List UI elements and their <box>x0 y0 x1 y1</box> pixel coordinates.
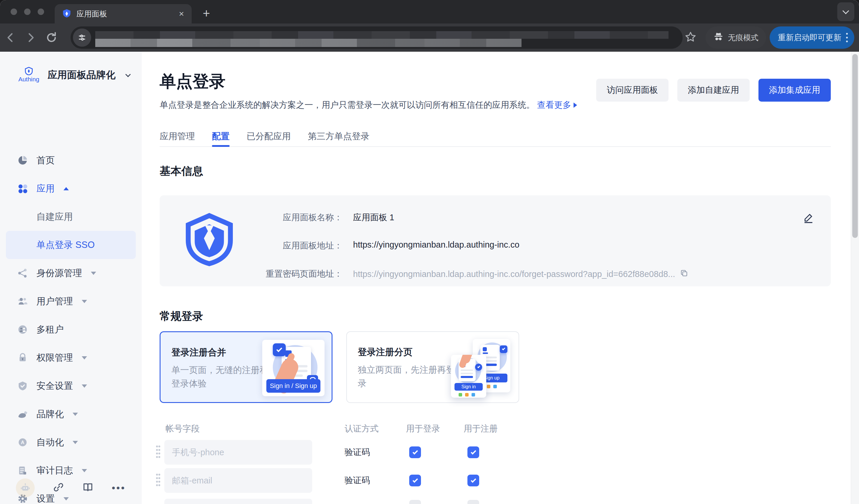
sidebar-item-label: 多租户 <box>36 324 64 336</box>
reset-password-url-label: 重置密码页面地址： <box>178 268 343 280</box>
drag-handle-icon[interactable] <box>156 473 161 488</box>
checkbox-register-checked[interactable] <box>467 446 479 458</box>
checkbox-register-checked[interactable] <box>467 475 479 486</box>
more-ellipsis-icon[interactable]: ••• <box>112 482 126 494</box>
shield-check-icon <box>16 381 29 391</box>
checkbox-unchecked-partial[interactable] <box>409 500 421 504</box>
bookmark-star-icon[interactable] <box>684 31 697 44</box>
add-integrated-app-button[interactable]: 添加集成应用 <box>758 79 831 101</box>
panel-url-label: 应用面板地址： <box>178 240 343 252</box>
authing-logo-text: Authing <box>18 76 39 83</box>
assistant-robot-icon[interactable] <box>16 478 35 497</box>
account-field-input-email[interactable] <box>164 468 312 493</box>
chevron-down-icon <box>82 356 87 360</box>
tab-third-party-sso[interactable]: 第三方单点登录 <box>308 130 370 146</box>
tenants-icon <box>16 324 29 335</box>
sidebar-item-label: 安全设置 <box>36 380 73 392</box>
tab-favicon-shield-icon <box>62 9 71 19</box>
chevron-down-icon <box>82 300 87 303</box>
workspace-title: 应用面板品牌化 <box>48 68 116 82</box>
scrollbar-track[interactable] <box>851 52 859 504</box>
link-icon[interactable] <box>52 482 64 494</box>
col-auth-method: 认证方式 <box>345 423 379 435</box>
back-icon[interactable] <box>0 31 20 44</box>
sidebar-item-label: 自动化 <box>36 436 64 448</box>
new-tab-button[interactable]: + <box>199 6 214 21</box>
chevron-down-icon <box>73 413 78 416</box>
sidebar-item-identity-sources[interactable]: 身份源管理 <box>0 259 142 287</box>
pie-chart-icon <box>16 155 29 166</box>
regular-login-section-title: 常规登录 <box>160 309 203 324</box>
sidebar-item-label: 自建应用 <box>36 210 73 223</box>
brush-icon <box>16 409 29 420</box>
account-field-input-phone[interactable] <box>164 440 312 464</box>
basic-info-card: 应用面板名称： 应用面板 1 应用面板地址： https://yingyongm… <box>160 195 831 286</box>
tab-search-chevron-button[interactable] <box>837 2 854 21</box>
sidebar-item-sso[interactable]: 单点登录 SSO <box>6 231 136 259</box>
table-row-partial <box>142 499 524 504</box>
checkbox-unchecked-partial[interactable] <box>467 500 479 504</box>
lock-icon <box>16 352 29 363</box>
main-content: 单点登录 单点登录是整合企业系统的解决方案之一，用户只需登录一次就可以访问所有相… <box>142 52 859 504</box>
sidebar-item-security[interactable]: 安全设置 <box>0 372 142 400</box>
page-tabs: 应用管理 配置 已分配应用 第三方单点登录 <box>160 130 831 147</box>
apps-icon <box>16 183 29 194</box>
see-more-link[interactable]: 查看更多 <box>537 100 571 110</box>
browser-menu-kebab-icon[interactable] <box>846 33 848 42</box>
sidebar-item-home[interactable]: 首页 <box>0 146 142 174</box>
sidebar-item-apps[interactable]: 应用 <box>0 174 142 203</box>
sidebar-item-automation[interactable]: A 自动化 <box>0 428 142 456</box>
checkbox-login-checked[interactable] <box>409 475 421 486</box>
tab-title: 应用面板 <box>76 9 174 19</box>
sidebar: Authing 应用面板品牌化 首页 应用 自建应用 <box>0 52 142 504</box>
sidebar-item-self-built-apps[interactable]: 自建应用 <box>0 203 142 231</box>
browser-tab-strip: 应用面板 × + <box>0 0 859 23</box>
redacted-url-text <box>95 31 668 39</box>
svg-text:A: A <box>21 440 25 445</box>
tab-assigned-apps[interactable]: 已分配应用 <box>247 130 291 146</box>
sidebar-nav: 首页 应用 自建应用 单点登录 SSO 身份源管理 <box>0 146 142 504</box>
share-icon <box>16 268 29 279</box>
browser-update-button[interactable]: 重新启动即可更新 <box>770 27 854 49</box>
site-settings-tune-icon[interactable] <box>73 29 91 47</box>
chevron-down-icon <box>91 272 96 275</box>
chevron-down-icon <box>73 441 78 444</box>
edit-pencil-icon[interactable] <box>802 212 814 225</box>
drag-handle-icon[interactable] <box>156 445 161 459</box>
sidebar-item-permissions[interactable]: 权限管理 <box>0 344 142 372</box>
visit-app-panel-button[interactable]: 访问应用面板 <box>596 79 668 101</box>
incognito-chip: 无痕模式 <box>706 27 766 49</box>
add-self-built-app-button[interactable]: 添加自建应用 <box>677 79 750 101</box>
reload-icon[interactable] <box>41 31 62 44</box>
scrollbar-thumb[interactable] <box>852 54 858 238</box>
sidebar-item-multi-tenant[interactable]: 多租户 <box>0 315 142 344</box>
auth-method-value: 验证码 <box>345 475 370 486</box>
redacted-url-text <box>95 39 522 47</box>
url-bar[interactable] <box>71 27 683 49</box>
table-row-email: 验证码 <box>142 468 524 493</box>
table-row-phone: 验证码 <box>142 440 524 464</box>
sidebar-footer: ••• <box>0 472 142 504</box>
tab-app-management[interactable]: 应用管理 <box>160 130 195 146</box>
copy-icon[interactable] <box>680 269 688 279</box>
workspace-switcher[interactable]: Authing 应用面板品牌化 <box>0 52 142 83</box>
sidebar-item-label: 用户管理 <box>36 295 73 308</box>
docs-book-icon[interactable] <box>82 482 94 494</box>
tab-close-icon[interactable]: × <box>179 10 184 18</box>
option-merged-login-card[interactable]: 登录注册合并 单一页面，无缝的注册和登录体验 Sign in / Sign up <box>160 331 332 403</box>
option-separate-login-card[interactable]: 登录注册分页 独立两页面，先注册再登录 Sign up <box>346 331 519 403</box>
sidebar-item-branding[interactable]: 品牌化 <box>0 400 142 428</box>
window-controls[interactable] <box>11 9 44 15</box>
sidebar-item-user-management[interactable]: 用户管理 <box>0 287 142 315</box>
panel-name-value: 应用面板 1 <box>353 212 394 223</box>
reset-password-url-value: https://yingyongmianban.ldap.authing-inc… <box>353 269 675 279</box>
sidebar-item-label: 身份源管理 <box>36 267 82 279</box>
check-badge-icon <box>273 343 286 356</box>
forward-icon[interactable] <box>20 31 41 44</box>
panel-name-label: 应用面板名称： <box>178 212 343 223</box>
browser-window: 应用面板 × + 无痕模式 重新启动即可更新 <box>0 0 859 504</box>
browser-tab[interactable]: 应用面板 × <box>55 4 192 23</box>
checkbox-login-checked[interactable] <box>409 446 421 458</box>
account-field-input-partial[interactable] <box>164 499 312 504</box>
tab-configuration[interactable]: 配置 <box>212 130 230 146</box>
